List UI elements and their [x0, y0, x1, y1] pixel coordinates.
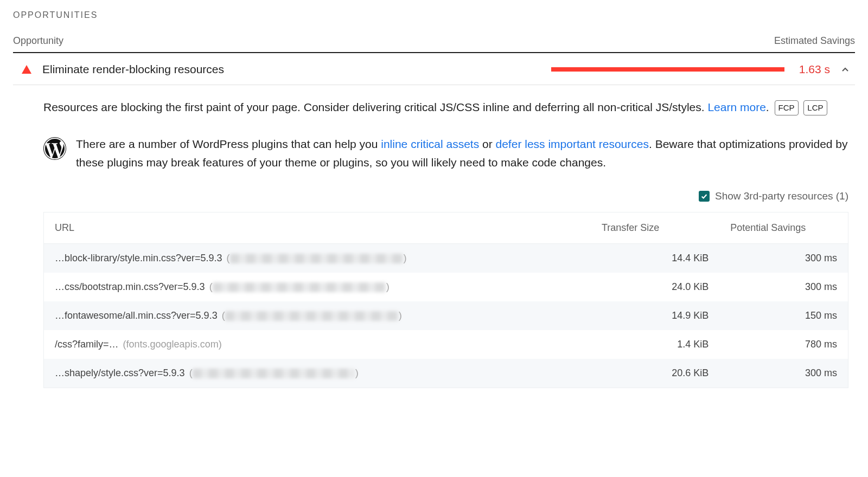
cell-potential-savings: 780 ms: [719, 330, 848, 359]
cell-transfer-size: 24.0 KiB: [591, 273, 719, 301]
cell-url: /css?family=…(fonts.googleapis.com): [44, 330, 591, 359]
audit-title: Eliminate render-blocking resources: [42, 63, 224, 76]
cell-transfer-size: 14.4 KiB: [591, 244, 719, 273]
cell-url: …block-library/style.min.css?ver=5.9.3(): [44, 244, 591, 273]
learn-more-link[interactable]: Learn more: [707, 101, 765, 113]
col-potential-savings: Potential Savings: [719, 212, 848, 244]
desc-text-before: Resources are blocking the first paint o…: [43, 101, 707, 113]
header-right: Estimated Savings: [774, 35, 855, 47]
url-path: …css/bootstrap.min.css?ver=5.9.3: [55, 281, 205, 292]
inline-critical-link[interactable]: inline critical assets: [381, 138, 479, 150]
badge-fcp: FCP: [775, 100, 799, 115]
desc-text-after: .: [766, 101, 769, 113]
checkbox-icon[interactable]: [699, 191, 710, 202]
cell-potential-savings: 300 ms: [719, 273, 848, 301]
chevron-up-icon[interactable]: [839, 63, 852, 76]
section-label: OPPORTUNITIES: [13, 8, 855, 27]
wordpress-hint: There are a number of WordPress plugins …: [43, 135, 848, 172]
table-header-row: URL Transfer Size Potential Savings: [44, 212, 848, 244]
table-row: …block-library/style.min.css?ver=5.9.3()…: [44, 244, 848, 273]
warning-triangle-icon: [20, 65, 34, 74]
url-path: /css?family=…: [55, 339, 119, 350]
wordpress-icon: [43, 137, 66, 162]
url-path: …shapely/style.css?ver=5.9.3: [55, 368, 185, 378]
table-row: …shapely/style.css?ver=5.9.3()20.6 KiB30…: [44, 359, 848, 388]
url-origin: (): [227, 253, 407, 263]
third-party-toggle-label: Show 3rd-party resources (1): [715, 190, 848, 202]
savings-bar: [551, 67, 784, 72]
col-url: URL: [44, 212, 591, 244]
url-origin-redacted: [213, 282, 386, 292]
cell-url: …shapely/style.css?ver=5.9.3(): [44, 359, 591, 388]
col-transfer-size: Transfer Size: [591, 212, 719, 244]
savings-value: 1.63 s: [793, 63, 830, 76]
hint-text: There are a number of WordPress plugins …: [76, 135, 848, 172]
hint-t1: There are a number of WordPress plugins …: [76, 138, 381, 150]
resources-table: URL Transfer Size Potential Savings …blo…: [43, 212, 848, 388]
opportunities-header: Opportunity Estimated Savings: [13, 27, 855, 53]
svg-marker-0: [22, 65, 31, 74]
audit-row-render-blocking[interactable]: Eliminate render-blocking resources 1.63…: [13, 53, 855, 85]
url-path: …fontawesome/all.min.css?ver=5.9.3: [55, 310, 218, 321]
cell-potential-savings: 300 ms: [719, 359, 848, 388]
url-origin-redacted: [230, 254, 404, 263]
cell-url: …fontawesome/all.min.css?ver=5.9.3(): [44, 301, 591, 330]
url-origin: (fonts.googleapis.com): [123, 339, 222, 350]
table-row: …css/bootstrap.min.css?ver=5.9.3()24.0 K…: [44, 273, 848, 301]
url-origin-host: fonts.googleapis.com: [126, 339, 219, 350]
cell-transfer-size: 20.6 KiB: [591, 359, 719, 388]
table-row: /css?family=…(fonts.googleapis.com)1.4 K…: [44, 330, 848, 359]
cell-transfer-size: 1.4 KiB: [591, 330, 719, 359]
url-origin-redacted: [193, 369, 355, 378]
url-origin: (): [189, 368, 359, 378]
cell-potential-savings: 300 ms: [719, 244, 848, 273]
third-party-toggle[interactable]: Show 3rd-party resources (1): [43, 190, 848, 202]
url-origin: (): [209, 281, 390, 292]
cell-url: …css/bootstrap.min.css?ver=5.9.3(): [44, 273, 591, 301]
cell-transfer-size: 14.9 KiB: [591, 301, 719, 330]
header-left: Opportunity: [13, 35, 63, 47]
hint-t2: or: [479, 138, 495, 150]
url-path: …block-library/style.min.css?ver=5.9.3: [55, 253, 222, 263]
badge-lcp: LCP: [803, 100, 827, 115]
table-row: …fontawesome/all.min.css?ver=5.9.3()14.9…: [44, 301, 848, 330]
cell-potential-savings: 150 ms: [719, 301, 848, 330]
audit-details: Resources are blocking the first paint o…: [13, 85, 855, 388]
audit-description: Resources are blocking the first paint o…: [43, 98, 848, 117]
url-origin-redacted: [225, 311, 399, 321]
defer-resources-link[interactable]: defer less important resources: [496, 138, 649, 150]
url-origin: (): [222, 310, 402, 321]
